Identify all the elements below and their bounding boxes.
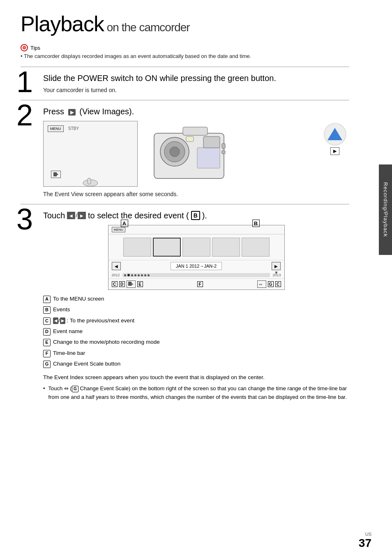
play-arrow xyxy=(327,128,342,140)
label-text-c: ◀/▶ : To the previous/next event xyxy=(53,316,134,326)
svg-rect-8 xyxy=(183,127,208,135)
side-tab: Recording/Playback xyxy=(379,164,392,255)
svg-rect-3 xyxy=(88,178,91,184)
right-nav-btn[interactable]: ▶ xyxy=(78,212,86,219)
page-number-area: US 37 xyxy=(359,532,371,550)
camera-svg xyxy=(142,121,232,187)
label-text-a: To the MENU screen xyxy=(53,294,104,304)
t-dot-5 xyxy=(138,274,140,276)
page-us: US xyxy=(365,532,371,537)
left-nav-btn[interactable]: ◀ xyxy=(67,212,75,219)
tips-label: Tips xyxy=(30,45,40,51)
label-text-f: Time-line bar xyxy=(53,348,85,358)
ev-thumbnails xyxy=(108,234,284,260)
step-3-heading-mid: to select the desired event ( xyxy=(88,210,189,221)
ev-thumb-5 xyxy=(242,238,270,257)
label-box-c: C xyxy=(43,317,51,325)
ev-thumb-1 xyxy=(123,238,151,257)
label-text-b: Events xyxy=(53,305,70,315)
label-box-a: A xyxy=(43,296,51,303)
stby-label: STBY xyxy=(68,126,79,131)
ev-top-bar: A B MENU xyxy=(108,225,284,234)
bottom-note-bullet-text: Touch ⇔ (G Change Event Scale) on the bo… xyxy=(48,384,349,402)
t-dot-4 xyxy=(134,274,136,276)
nav-icons: ◀/▶ xyxy=(67,212,86,219)
camera-body xyxy=(142,121,316,187)
step-1-content: Slide the POWER switch to ON while press… xyxy=(43,73,349,93)
step-1-heading: Slide the POWER switch to ON while press… xyxy=(43,73,349,83)
tips-text: • The camcorder displays recorded images… xyxy=(21,53,349,59)
ev-scale-icon[interactable]: ⇔ xyxy=(257,280,266,288)
ev-thumb-4 xyxy=(212,238,240,257)
step-2: 2 Press ▶ (View Images). MENU STBY xyxy=(21,100,349,197)
svg-rect-10 xyxy=(222,144,225,148)
svg-text:⇔: ⇔ xyxy=(259,282,262,287)
step-2-heading-pre: Press xyxy=(43,107,64,116)
step-3-heading: Touch ◀/▶ to select the desired event ( … xyxy=(43,210,349,221)
menu-button-screen: MENU xyxy=(48,125,64,132)
label-item-d: D Event name xyxy=(43,326,349,336)
year-left: 2012 xyxy=(112,273,120,277)
label-box-d: D xyxy=(43,328,51,336)
step-3-heading-pre: Touch xyxy=(43,210,65,221)
step-2-number: 2 xyxy=(16,100,33,130)
b-label-inline: B xyxy=(191,211,200,220)
ev-next-btn[interactable]: ▶ xyxy=(272,262,281,270)
tips-bullet: The camcorder displays recorded images a… xyxy=(24,53,251,59)
bottom-note-bullet: • Touch ⇔ (G Change Event Scale) on the … xyxy=(43,384,349,402)
label-box-f: F xyxy=(43,350,51,357)
event-view-screen: A B MENU ◀ xyxy=(108,225,285,290)
ev-prev-btn[interactable]: ◀ xyxy=(112,262,121,270)
label-e: E xyxy=(137,281,143,287)
label-item-b: B Events xyxy=(43,305,349,315)
step-3-heading-post: ). xyxy=(202,210,207,221)
label-item-e: E Change to the movie/photo recording mo… xyxy=(43,337,349,347)
step-1-number: 1 xyxy=(16,67,33,97)
label-item-g: G Change Event Scale button xyxy=(43,359,349,369)
t-dot-1 xyxy=(124,274,126,276)
step2-diagram: MENU STBY xyxy=(43,121,349,187)
ev-bottom-row: C D E xyxy=(108,278,284,289)
ev-nav-row: ◀ JAN 1 2012→JAN-2 ▶ ▼ xyxy=(108,260,284,272)
label-box-g: G xyxy=(43,361,51,368)
step-2-content: Press ▶ (View Images). MENU STBY xyxy=(43,106,349,197)
label-item-f: F Time-line bar xyxy=(43,348,349,358)
ev-menu-btn[interactable]: MENU xyxy=(112,227,126,232)
step-3-content: Touch ◀/▶ to select the desired event ( … xyxy=(43,210,349,401)
step-2-heading-post: (View Images). xyxy=(79,107,134,116)
label-text-d: Event name xyxy=(53,326,83,336)
ev-mode-icon xyxy=(127,280,136,288)
label-c-left: C xyxy=(112,281,118,287)
t-dot-7 xyxy=(144,274,146,276)
label-box-e: E xyxy=(43,339,51,346)
label-g: G xyxy=(268,281,274,287)
play-circle[interactable] xyxy=(324,123,346,146)
step-3-number: 3 xyxy=(16,204,33,234)
ev-thumb-2[interactable] xyxy=(153,238,181,257)
t-dot-8 xyxy=(148,274,150,276)
step-1: 1 Slide the POWER switch to ON while pre… xyxy=(21,67,349,93)
title-main: Playback xyxy=(21,12,104,36)
play-button-area: ▶ xyxy=(321,121,349,155)
svg-marker-15 xyxy=(131,282,134,286)
title-sub: on the camcorder xyxy=(104,21,190,34)
step-2-heading: Press ▶ (View Images). xyxy=(43,106,349,117)
play-indicator-box: ▶ xyxy=(330,147,339,155)
tips-section: ⚙ Tips • The camcorder displays recorded… xyxy=(21,44,349,59)
svg-point-7 xyxy=(170,147,180,157)
event-view-diagram: A B MENU ◀ xyxy=(43,225,349,290)
down-arrow-indicator: ▼ xyxy=(274,270,279,275)
svg-rect-13 xyxy=(186,137,194,141)
ev-timeline-row: 2012 xyxy=(108,272,284,278)
label-item-a: A To the MENU screen xyxy=(43,294,349,304)
svg-rect-9 xyxy=(203,137,220,148)
side-tab-label: Recording/Playback xyxy=(383,182,389,237)
svg-rect-12 xyxy=(197,148,220,168)
t-dot-2 xyxy=(127,274,130,276)
bullet-dot: • xyxy=(43,384,45,402)
hand-icon xyxy=(80,174,101,186)
label-text-e: Change to the movie/photo recording mode xyxy=(53,337,160,347)
ev-date-label: JAN 1 2012→JAN-2 xyxy=(171,262,222,270)
t-dot-6 xyxy=(141,274,143,276)
ev-timeline-bar xyxy=(122,273,270,277)
